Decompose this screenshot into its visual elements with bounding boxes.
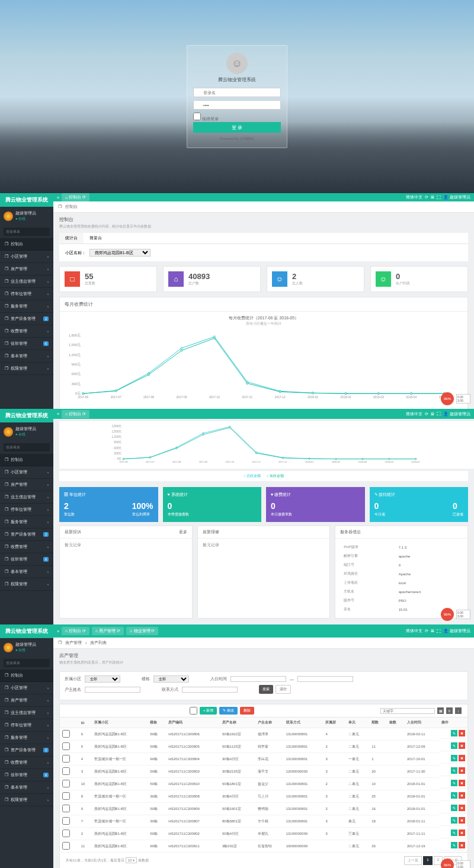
edit-row-icon[interactable]: ✎ bbox=[451, 755, 457, 761]
sidebar-item-10[interactable]: ❐ 权限管理› bbox=[0, 578, 53, 591]
delete-row-icon[interactable]: ✖ bbox=[459, 842, 465, 848]
sidebar-item-6[interactable]: ❐ 资产设备管理2 bbox=[0, 529, 53, 541]
fullscreen-icon[interactable]: ⛶ bbox=[437, 196, 441, 200]
edit-row-icon[interactable]: ✎ bbox=[451, 817, 457, 824]
close-icon[interactable]: ⟳ bbox=[82, 195, 86, 200]
sidebar-item-6[interactable]: ❐ 资产设备管理2 bbox=[0, 313, 53, 325]
filter-owner[interactable] bbox=[85, 687, 140, 693]
tab-home[interactable]: ⌂ 控制台 ⟳ bbox=[62, 410, 89, 418]
tab-0[interactable]: ⌂ 控制台 ⟳ bbox=[62, 627, 89, 635]
sidebar-search[interactable] bbox=[4, 228, 50, 236]
row-checkbox[interactable] bbox=[62, 730, 70, 738]
row-checkbox[interactable] bbox=[62, 755, 70, 763]
filter-date-to[interactable] bbox=[297, 676, 353, 682]
row-checkbox[interactable] bbox=[62, 767, 70, 775]
sidebar-item-10[interactable]: ❐ 权限管理› bbox=[0, 794, 53, 806]
select-all-checkbox[interactable] bbox=[190, 707, 197, 715]
edit-row-icon[interactable]: ✎ bbox=[451, 805, 457, 811]
delete-row-icon[interactable]: ✖ bbox=[459, 805, 465, 811]
delete-row-icon[interactable]: ✖ bbox=[459, 742, 465, 749]
close-icon[interactable]: ⊠ bbox=[431, 195, 434, 200]
community-select[interactable]: 燕郊鸿运花园B1-B区 bbox=[89, 249, 150, 257]
lang-select[interactable]: 简体中文 bbox=[406, 194, 422, 200]
fullscreen-icon[interactable]: ⛶ bbox=[437, 412, 441, 416]
edit-row-icon[interactable]: ✎ bbox=[451, 730, 457, 736]
menu-icon[interactable]: ≡ bbox=[57, 412, 59, 416]
tab-stats[interactable]: 统计台 bbox=[59, 233, 84, 244]
edit-row-icon[interactable]: ✎ bbox=[451, 742, 457, 749]
sidebar-item-8[interactable]: ❐ 值班管理6 bbox=[0, 553, 53, 566]
prev-page[interactable]: 上一页 bbox=[404, 856, 422, 865]
sidebar-item-7[interactable]: ❐ 收费管理› bbox=[0, 325, 53, 338]
sidebar-item-3[interactable]: ❐ 业主信息管理› bbox=[0, 707, 53, 719]
sidebar-item-2[interactable]: ❐ 房产管理› bbox=[0, 479, 53, 491]
filter-phone[interactable] bbox=[182, 687, 238, 693]
edit-row-icon[interactable]: ✎ bbox=[451, 780, 457, 786]
user-menu[interactable]: 👤 超级管理员 bbox=[443, 194, 470, 200]
sidebar-item-5[interactable]: ❐ 服务管理› bbox=[0, 300, 53, 313]
menu-icon[interactable]: ≡ bbox=[57, 629, 59, 633]
sidebar-search[interactable] bbox=[4, 443, 50, 451]
tab-brief[interactable]: 简要台 bbox=[84, 233, 108, 244]
sidebar-item-3[interactable]: ❐ 业主信息管理› bbox=[0, 276, 53, 288]
sidebar-item-7[interactable]: ❐ 收费管理› bbox=[0, 757, 53, 769]
sidebar-item-7[interactable]: ❐ 收费管理› bbox=[0, 541, 53, 553]
row-checkbox[interactable] bbox=[62, 792, 70, 800]
sidebar-item-4[interactable]: ❐ 停车位管理› bbox=[0, 504, 53, 516]
row-checkbox[interactable] bbox=[62, 780, 70, 787]
row-checkbox[interactable] bbox=[62, 842, 70, 850]
sidebar-item-5[interactable]: ❐ 服务管理› bbox=[0, 516, 53, 529]
sidebar-item-3[interactable]: ❐ 业主信息管理› bbox=[0, 491, 53, 504]
sidebar-item-8[interactable]: ❐ 值班管理6 bbox=[0, 769, 53, 781]
delete-row-icon[interactable]: ✖ bbox=[459, 730, 465, 736]
sidebar-item-6[interactable]: ❐ 资产设备管理2 bbox=[0, 744, 53, 757]
search-button[interactable]: 搜索 bbox=[259, 685, 273, 694]
sidebar-item-4[interactable]: ❐ 停车位管理› bbox=[0, 288, 53, 300]
page-1[interactable]: 1 bbox=[423, 856, 432, 865]
sidebar-item-8[interactable]: ❐ 值班管理6 bbox=[0, 338, 53, 350]
edit-row-icon[interactable]: ✎ bbox=[451, 767, 457, 774]
page-size-select[interactable]: 10 ▾ bbox=[126, 857, 137, 863]
sidebar-item-1[interactable]: ❐ 小区管理› bbox=[0, 682, 53, 694]
close-icon[interactable]: ⊠ bbox=[431, 412, 434, 417]
search-input[interactable] bbox=[380, 708, 435, 714]
row-checkbox[interactable] bbox=[62, 742, 70, 750]
row-checkbox[interactable] bbox=[62, 829, 70, 837]
edit-row-icon[interactable]: ✎ bbox=[451, 829, 457, 836]
delete-row-icon[interactable]: ✖ bbox=[459, 829, 465, 836]
tab-home[interactable]: ⌂ 控制台 ⟳ bbox=[62, 193, 89, 201]
sidebar-item-0[interactable]: ❐ 控制台 bbox=[0, 454, 53, 466]
delete-row-icon[interactable]: ✖ bbox=[459, 755, 465, 761]
sidebar-item-0[interactable]: ❐ 控制台 bbox=[0, 238, 53, 251]
sidebar-item-1[interactable]: ❐ 小区管理› bbox=[0, 251, 53, 263]
password-input[interactable] bbox=[193, 100, 281, 110]
delete-row-icon[interactable]: ✖ bbox=[459, 767, 465, 774]
sidebar-item-0[interactable]: ❐ 控制台 bbox=[0, 670, 53, 682]
sidebar-item-5[interactable]: ❐ 服务管理› bbox=[0, 732, 53, 744]
username-input[interactable] bbox=[193, 88, 281, 97]
edit-row-icon[interactable]: ✎ bbox=[451, 842, 457, 848]
refresh-icon[interactable]: ⟳ bbox=[425, 412, 428, 417]
sidebar-item-4[interactable]: ❐ 停车位管理› bbox=[0, 719, 53, 732]
delete-row-icon[interactable]: ✖ bbox=[459, 792, 465, 799]
refresh-icon[interactable]: ⟳ bbox=[425, 195, 428, 200]
menu-icon[interactable]: ≡ bbox=[57, 196, 59, 200]
row-checkbox[interactable] bbox=[62, 817, 70, 825]
filter-community[interactable]: 全部 bbox=[85, 675, 120, 683]
export-icon[interactable]: ↓ bbox=[455, 707, 462, 714]
tab-2[interactable]: ⌂ 物业管理 ⟳ bbox=[126, 627, 158, 635]
sidebar-item-9[interactable]: ❐ 基本管理› bbox=[0, 566, 53, 578]
list-view-icon[interactable]: ≡ bbox=[446, 707, 453, 714]
sidebar-item-1[interactable]: ❐ 小区管理› bbox=[0, 466, 53, 479]
sidebar-item-9[interactable]: ❐ 基本管理› bbox=[0, 781, 53, 794]
row-checkbox[interactable] bbox=[62, 805, 70, 812]
edit-row-icon[interactable]: ✎ bbox=[451, 792, 457, 799]
remember-checkbox[interactable]: 保持登录 bbox=[193, 117, 219, 121]
sidebar-item-9[interactable]: ❐ 基本管理› bbox=[0, 350, 53, 363]
login-button[interactable]: 登 录 bbox=[193, 122, 281, 133]
filter-date-from[interactable] bbox=[230, 676, 286, 682]
sidebar-item-10[interactable]: ❐ 权限管理› bbox=[0, 363, 53, 375]
more-link[interactable]: 更多 bbox=[179, 529, 187, 535]
filter-building[interactable]: 全部 bbox=[153, 675, 189, 683]
reset-button[interactable]: 清空 bbox=[276, 685, 291, 694]
